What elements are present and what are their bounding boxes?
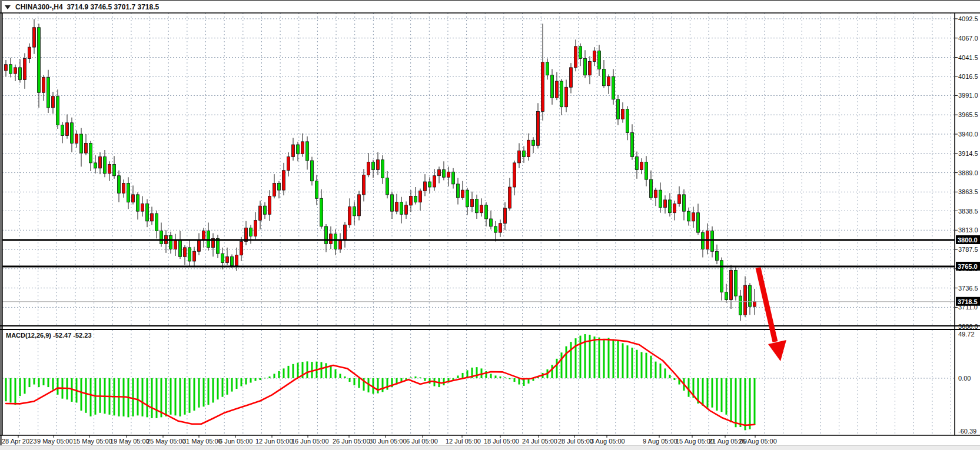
macd-histogram-bar bbox=[556, 359, 558, 378]
macd-histogram-bar bbox=[283, 368, 285, 378]
candle-body bbox=[725, 292, 728, 300]
candle-body bbox=[301, 142, 304, 154]
price-axis-label: 3889.0 bbox=[958, 169, 978, 176]
candle-body bbox=[650, 179, 653, 198]
candle-body bbox=[38, 28, 41, 93]
macd-histogram-bar bbox=[382, 378, 384, 392]
candle-body bbox=[85, 143, 88, 153]
candle-body bbox=[358, 195, 361, 216]
candle-body bbox=[640, 162, 643, 170]
macd-histogram-bar bbox=[504, 377, 506, 378]
macd-histogram-bar bbox=[599, 338, 600, 378]
macd-histogram-bar bbox=[584, 334, 586, 378]
macd-histogram-bar bbox=[509, 378, 511, 379]
candle-body bbox=[471, 199, 474, 207]
candle-body bbox=[513, 163, 516, 187]
macd-histogram-bar bbox=[212, 378, 214, 402]
macd-histogram-bar bbox=[424, 378, 426, 381]
macd-histogram-bar bbox=[500, 376, 501, 378]
candle-body bbox=[202, 231, 205, 240]
candle-body bbox=[424, 182, 427, 191]
macd-histogram-bar bbox=[674, 378, 676, 380]
candle-body bbox=[396, 202, 398, 211]
macd-histogram-bar bbox=[15, 378, 16, 405]
candle-body bbox=[622, 109, 624, 119]
macd-histogram-bar bbox=[702, 378, 704, 406]
candle-body bbox=[363, 175, 366, 194]
candle-body bbox=[250, 228, 253, 236]
macd-scale-label: 0.00 bbox=[958, 375, 971, 382]
macd-histogram-bar bbox=[490, 374, 492, 378]
macd-histogram-bar bbox=[410, 377, 412, 378]
macd-histogram-bar bbox=[19, 378, 21, 396]
candle-body bbox=[344, 225, 347, 240]
candle-body bbox=[509, 187, 511, 208]
macd-histogram-bar bbox=[147, 378, 148, 417]
macd-histogram-bar bbox=[24, 378, 26, 394]
trend-arrow-shaft[interactable] bbox=[758, 268, 775, 342]
chart-window: CHINA300-,H4 3714.9 3746.5 3701.7 3718.5… bbox=[0, 0, 980, 450]
candle-body bbox=[118, 176, 121, 194]
macd-histogram-bar bbox=[476, 367, 478, 378]
macd-histogram-bar bbox=[745, 378, 746, 430]
macd-histogram-bar bbox=[52, 378, 54, 390]
candle-body bbox=[122, 184, 125, 194]
candle-body bbox=[753, 302, 756, 306]
candle-body bbox=[330, 234, 333, 244]
price-axis-label: 4041.5 bbox=[958, 54, 978, 61]
candle-body bbox=[5, 65, 8, 71]
candle-body bbox=[287, 157, 290, 171]
macd-histogram-bar bbox=[608, 338, 610, 378]
price-axis-label: 3965.5 bbox=[958, 111, 978, 118]
macd-histogram-bar bbox=[688, 378, 690, 397]
candle-body bbox=[711, 231, 714, 252]
macd-histogram-bar bbox=[716, 378, 718, 411]
macd-histogram-bar bbox=[156, 378, 158, 418]
candle-body bbox=[607, 76, 610, 85]
candle-body bbox=[386, 178, 389, 195]
macd-histogram-bar bbox=[730, 378, 732, 422]
candle-body bbox=[372, 162, 375, 170]
candle-body bbox=[33, 28, 36, 47]
candle-body bbox=[749, 285, 752, 306]
candle-body bbox=[240, 242, 243, 255]
candle-body bbox=[94, 163, 97, 168]
candle-body bbox=[367, 162, 370, 175]
macd-histogram-bar bbox=[250, 378, 252, 383]
macd-histogram-bar bbox=[48, 378, 49, 387]
candle-body bbox=[292, 145, 295, 157]
window-bottom-strip bbox=[0, 445, 980, 450]
macd-histogram-bar bbox=[260, 378, 261, 380]
candle-body bbox=[174, 240, 177, 249]
macd-histogram-bar bbox=[420, 377, 421, 378]
macd-histogram-bar bbox=[288, 366, 290, 378]
candle-body bbox=[419, 191, 422, 202]
macd-histogram-bar bbox=[561, 352, 563, 378]
candle-body bbox=[188, 248, 191, 261]
candlestick-chart[interactable] bbox=[2, 19, 955, 321]
candle-body bbox=[75, 134, 78, 143]
candle-body bbox=[315, 181, 318, 199]
macd-histogram-bar bbox=[462, 373, 464, 378]
macd-histogram-bar bbox=[43, 378, 45, 385]
macd-histogram-bar bbox=[137, 378, 139, 415]
time-axis-label: 19 May 05:00 bbox=[110, 438, 150, 445]
time-axis-label: 3 Aug 05:00 bbox=[590, 438, 625, 445]
candle-body bbox=[433, 176, 436, 187]
trend-arrow-head[interactable] bbox=[768, 340, 786, 361]
macd-histogram-bar bbox=[180, 378, 181, 416]
gridlines bbox=[2, 13, 955, 435]
macd-panel[interactable] bbox=[2, 334, 955, 430]
candle-body bbox=[480, 205, 483, 213]
candle-body bbox=[570, 68, 573, 87]
macd-histogram-bar bbox=[85, 378, 87, 413]
candle-body bbox=[179, 240, 182, 256]
candle-body bbox=[636, 157, 639, 170]
chart-canvas[interactable]: 4092.54067.04041.54016.53991.03965.53940… bbox=[0, 0, 980, 450]
candle-body bbox=[184, 248, 187, 256]
macd-histogram-bar bbox=[387, 378, 388, 390]
candle-body bbox=[735, 270, 738, 296]
candle-body bbox=[155, 214, 158, 231]
candle-body bbox=[617, 99, 620, 119]
annotations[interactable] bbox=[758, 268, 786, 361]
